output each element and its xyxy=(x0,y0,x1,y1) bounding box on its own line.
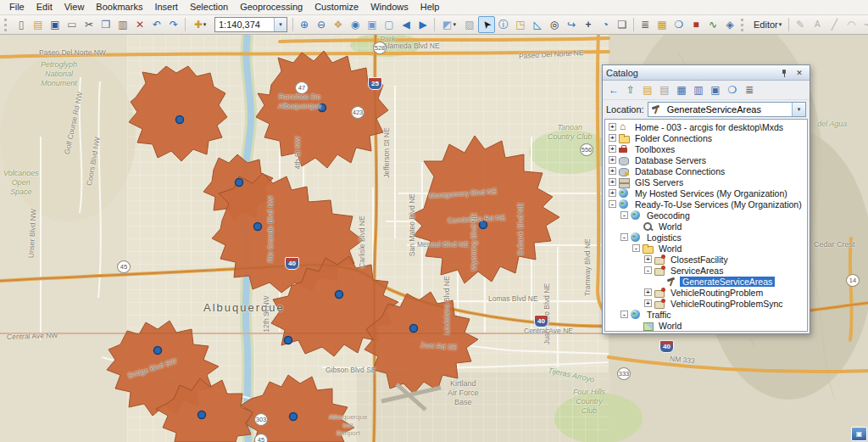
menu-item[interactable]: Bookmarks xyxy=(90,0,148,14)
catalog-tree-item[interactable]: - Geocoding xyxy=(605,210,807,221)
catalog-tree-item[interactable]: - Traffic xyxy=(605,309,807,320)
minimized-window-icon[interactable]: ▣ xyxy=(851,427,867,441)
menu-item[interactable]: Windows xyxy=(364,0,415,14)
toolbar-grip[interactable] xyxy=(741,19,747,31)
close-icon[interactable]: ✕ xyxy=(793,66,806,79)
editor-menu[interactable]: Editor ▾ xyxy=(749,18,786,31)
select-features-icon[interactable]: ▾ xyxy=(437,16,461,33)
fixed-zoom-in-icon[interactable] xyxy=(364,16,381,33)
print-icon[interactable] xyxy=(64,16,81,33)
tree-expander-icon[interactable]: + xyxy=(609,123,616,131)
find-icon[interactable] xyxy=(546,16,563,33)
add-data-caret[interactable]: ▾ xyxy=(203,21,207,28)
undo-icon[interactable] xyxy=(148,16,165,33)
select-elements-icon[interactable] xyxy=(478,16,495,33)
location-combo[interactable]: GenerateServiceAreas ▾ xyxy=(648,102,806,117)
modelbuilder-icon[interactable] xyxy=(721,16,738,33)
measure-icon[interactable] xyxy=(529,16,546,33)
cut-icon[interactable] xyxy=(81,16,97,33)
pan-icon[interactable] xyxy=(330,16,347,33)
tree-expander-icon[interactable]: + xyxy=(609,134,616,142)
tree-expander-icon[interactable] xyxy=(632,322,640,329)
time-slider-icon[interactable] xyxy=(597,16,614,33)
catalog-tree-item[interactable]: + Home - 003 - arcgis for desktop\Mxds xyxy=(605,121,807,132)
tree-expander-icon[interactable] xyxy=(632,222,640,230)
zoom-in-icon[interactable] xyxy=(296,16,313,33)
catalog-tree-item[interactable]: + My Hosted Services (My Organization) xyxy=(605,187,807,199)
tree-expander-icon[interactable]: - xyxy=(644,266,652,274)
zoom-out-icon[interactable] xyxy=(313,16,330,33)
toolbar-grip[interactable] xyxy=(4,19,10,31)
full-extent-icon[interactable] xyxy=(347,16,364,33)
catalog-title-bar[interactable]: Catalog ✕ xyxy=(603,65,810,81)
tree-expander-icon[interactable]: + xyxy=(644,299,652,307)
tree-expander-icon[interactable]: - xyxy=(620,311,628,318)
menu-item[interactable]: Edit xyxy=(31,0,58,14)
catalog-tree-item[interactable]: + Folder Connections xyxy=(605,132,807,143)
select-features-caret[interactable]: ▾ xyxy=(453,21,456,28)
identify-icon[interactable] xyxy=(495,16,512,33)
tree-expander-icon[interactable]: + xyxy=(609,167,616,175)
forward-extent-icon[interactable] xyxy=(415,16,431,33)
catalog-tree-item[interactable]: + GIS Servers xyxy=(605,176,807,187)
catalog-tree-item[interactable]: + ClosestFacility xyxy=(605,254,807,265)
viewer-window-icon[interactable] xyxy=(614,16,631,33)
python-icon[interactable] xyxy=(704,16,721,33)
catalog-up-icon[interactable] xyxy=(622,82,639,98)
columns-view-icon[interactable] xyxy=(690,82,707,98)
menu-item[interactable]: Customize xyxy=(309,0,364,14)
catalog-window-icon[interactable] xyxy=(654,16,670,33)
tree-expander-icon[interactable]: + xyxy=(609,156,616,164)
connect-folder-icon[interactable] xyxy=(639,82,656,98)
table-of-contents-icon[interactable] xyxy=(637,16,654,33)
tree-expander-icon[interactable]: - xyxy=(620,211,628,219)
menu-item[interactable]: View xyxy=(58,0,91,14)
tree-expander-icon[interactable]: - xyxy=(609,200,616,208)
catalog-tree-item[interactable]: + Database Servers xyxy=(605,154,807,165)
catalog-back-icon[interactable] xyxy=(605,82,622,98)
open-icon[interactable] xyxy=(30,16,47,33)
search-window-icon[interactable] xyxy=(670,16,687,33)
clear-selection-icon[interactable] xyxy=(461,16,478,33)
html-popup-icon[interactable] xyxy=(512,16,529,33)
delete-icon[interactable] xyxy=(131,16,148,33)
go-to-xy-icon[interactable] xyxy=(580,16,597,33)
catalog-tree-item[interactable]: - Ready-To-Use Services (My Organization… xyxy=(605,199,807,210)
menu-item[interactable]: Insert xyxy=(148,0,184,14)
menu-item[interactable]: File xyxy=(3,0,31,14)
menu-item[interactable]: Geoprocessing xyxy=(234,0,309,14)
catalog-tree-item[interactable]: GenerateServiceAreas xyxy=(605,276,807,287)
catalog-tree-item[interactable]: - World xyxy=(605,243,807,254)
pin-icon[interactable] xyxy=(777,66,791,79)
tree-expander-icon[interactable]: + xyxy=(609,178,616,186)
menu-item[interactable]: Selection xyxy=(184,0,234,14)
contents-view-icon[interactable] xyxy=(673,82,690,98)
catalog-tree-item[interactable]: + VehicleRoutingProblemSync xyxy=(605,298,807,309)
fixed-zoom-out-icon[interactable] xyxy=(381,16,398,33)
redo-icon[interactable] xyxy=(165,16,182,33)
catalog-tree-item[interactable]: + Toolboxes xyxy=(605,143,807,154)
paste-icon[interactable] xyxy=(114,16,131,33)
back-extent-icon[interactable] xyxy=(398,16,415,33)
arctoolbox-icon[interactable] xyxy=(687,16,704,33)
tree-expander-icon[interactable]: + xyxy=(644,255,652,263)
tree-expander-icon[interactable]: + xyxy=(609,189,616,197)
tree-expander-icon[interactable]: - xyxy=(632,244,640,252)
catalog-tree-item[interactable]: - Logistics xyxy=(605,232,807,243)
disconnect-folder-icon[interactable] xyxy=(656,82,673,98)
add-data-icon[interactable]: ▾ xyxy=(188,16,212,33)
catalog-tree-item[interactable]: World xyxy=(605,221,807,232)
menu-item[interactable]: Help xyxy=(415,0,446,14)
tree-expander-icon[interactable]: - xyxy=(620,233,628,241)
catalog-tree-item[interactable]: + VehicleRoutingProblem xyxy=(605,287,807,298)
thumbnails-view-icon[interactable] xyxy=(707,82,724,98)
options-menu-icon[interactable] xyxy=(741,82,758,98)
catalog-tree-item[interactable]: World xyxy=(605,320,807,331)
location-dropdown-caret[interactable]: ▾ xyxy=(792,103,805,116)
find-route-icon[interactable] xyxy=(563,16,580,33)
map-scale-combo[interactable]: 1:140,374 ▾ xyxy=(214,17,287,32)
catalog-tree-item[interactable]: + Database Connections xyxy=(605,165,807,176)
catalog-tree-item[interactable]: - ServiceAreas xyxy=(605,265,807,276)
scale-dropdown-caret[interactable]: ▾ xyxy=(274,18,287,31)
tree-expander-icon[interactable] xyxy=(656,277,664,285)
